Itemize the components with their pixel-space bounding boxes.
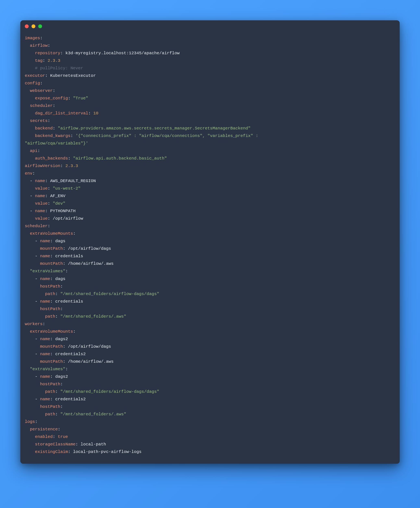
yaml-value: PYTHONPATH <box>50 209 76 213</box>
yaml-key: webserver <box>30 88 53 93</box>
yaml-value: '{"connections_prefix" : "airflow/cqa/co… <box>76 133 261 138</box>
yaml-key: path <box>45 389 55 394</box>
yaml-key: "extraVolumes" <box>30 367 66 371</box>
yaml-key: storageClassName <box>35 442 76 447</box>
yaml-key: scheduler <box>25 224 48 228</box>
yaml-key: workers <box>25 322 43 326</box>
yaml-value: "airflow/cqa/variables"}' <box>25 141 88 146</box>
yaml-comment: # pullPolicy: Never <box>35 66 83 71</box>
yaml-key: secrets <box>30 118 48 123</box>
yaml-key: api <box>30 148 38 153</box>
yaml-value: /opt/airflow/dags <box>68 344 111 349</box>
yaml-key: persistence <box>30 427 58 432</box>
yaml-key: config <box>25 81 40 86</box>
yaml-value: /opt/airflow <box>53 216 83 221</box>
yaml-key: name <box>40 374 50 379</box>
yaml-value: /home/airflow/.aws <box>68 359 114 364</box>
yaml-value: credentials <box>55 254 83 258</box>
window-titlebar <box>20 20 400 28</box>
yaml-key: tag <box>35 58 43 63</box>
yaml-value: k3d-myregistry.localhost:12345/apache/ai… <box>66 51 180 55</box>
yaml-key: name <box>35 209 45 213</box>
yaml-key: env <box>25 171 32 176</box>
yaml-key: backend_kwargs <box>35 133 71 138</box>
yaml-key: existingClaim <box>35 449 68 454</box>
yaml-value: dags <box>55 277 66 281</box>
yaml-key: name <box>40 254 50 258</box>
yaml-key: name <box>40 397 50 402</box>
yaml-value: KubernetesExecutor <box>50 73 96 78</box>
yaml-key: auth_backends <box>35 156 68 161</box>
yaml-key: mountPath <box>40 246 63 251</box>
yaml-key: name <box>40 299 50 304</box>
yaml-key: backend <box>35 126 53 131</box>
close-window-button[interactable] <box>25 24 29 28</box>
yaml-value: local-path <box>81 442 106 447</box>
yaml-key: executor <box>25 73 45 78</box>
yaml-value: dags <box>55 239 66 243</box>
yaml-value: AF_ENV <box>50 194 66 198</box>
yaml-value: "airflow.providers.amazon.aws.secrets.se… <box>58 126 251 131</box>
yaml-key: name <box>40 239 50 243</box>
yaml-key: name <box>35 179 45 183</box>
yaml-value: credentials <box>55 299 83 304</box>
yaml-value: credentials2 <box>55 352 86 356</box>
yaml-key: hostPath <box>40 404 60 409</box>
yaml-key: extraVolumeMounts <box>30 231 73 236</box>
yaml-key: value <box>35 216 48 221</box>
yaml-value: local-path-pvc-airflow-logs <box>73 449 142 454</box>
yaml-key: name <box>35 194 45 198</box>
yaml-value: 10 <box>93 111 98 116</box>
yaml-key: dag_dir_list_interval <box>35 111 88 116</box>
yaml-key: path <box>45 292 55 296</box>
yaml-value: "/mnt/shared_folders/.aws" <box>60 412 126 417</box>
minimize-window-button[interactable] <box>31 24 35 28</box>
yaml-value: "/mnt/shared_folders/.aws" <box>60 314 126 319</box>
yaml-value: "us-west-2" <box>53 186 81 191</box>
yaml-key: name <box>40 352 50 356</box>
yaml-value: "/mnt/shared_folders/airflow-dags/dags" <box>60 292 159 296</box>
yaml-key: enabled <box>35 434 53 439</box>
yaml-value: dags2 <box>55 337 68 341</box>
yaml-value: AWS_DEFAULT_REGION <box>50 179 96 183</box>
yaml-value: "airflow.api.auth.backend.basic_auth" <box>73 156 167 161</box>
yaml-value: "True" <box>73 96 88 101</box>
yaml-key: hostPath <box>40 284 60 289</box>
yaml-key: name <box>40 337 50 341</box>
terminal-window: images: airflow: repository: k3d-myregis… <box>20 20 400 464</box>
yaml-key: repository <box>35 51 60 55</box>
yaml-key: mountPath <box>40 261 63 266</box>
yaml-value: true <box>58 434 68 439</box>
yaml-value: /opt/airflow/dags <box>68 246 111 251</box>
yaml-key: airflowVersion <box>25 164 60 168</box>
yaml-key: hostPath <box>40 307 60 311</box>
maximize-window-button[interactable] <box>38 24 42 28</box>
yaml-value: credentials2 <box>55 397 86 402</box>
yaml-value: /home/airflow/.aws <box>68 261 114 266</box>
yaml-key: path <box>45 412 55 417</box>
yaml-key: value <box>35 186 48 191</box>
yaml-key: mountPath <box>40 359 63 364</box>
yaml-key: value <box>35 201 48 206</box>
yaml-key: hostPath <box>40 382 60 386</box>
yaml-value: 2.3.3 <box>48 58 60 63</box>
yaml-value: dags2 <box>55 374 68 379</box>
yaml-value: "dev" <box>53 201 65 206</box>
yaml-key: expose_config <box>35 96 68 101</box>
yaml-key: name <box>40 277 50 281</box>
yaml-key: path <box>45 314 55 319</box>
yaml-value: "/mnt/shared_folders/airflow-dags/dags" <box>60 389 159 394</box>
yaml-key: "extraVolumes" <box>30 269 66 273</box>
yaml-key: logs <box>25 420 35 424</box>
yaml-key: extraVolumeMounts <box>30 329 73 334</box>
code-block: images: airflow: repository: k3d-myregis… <box>20 28 400 464</box>
yaml-key: airflow <box>30 43 48 48</box>
yaml-value: 2.3.3 <box>66 164 78 168</box>
yaml-key: scheduler <box>30 103 53 108</box>
yaml-key: images <box>25 36 40 40</box>
yaml-key: mountPath <box>40 344 63 349</box>
